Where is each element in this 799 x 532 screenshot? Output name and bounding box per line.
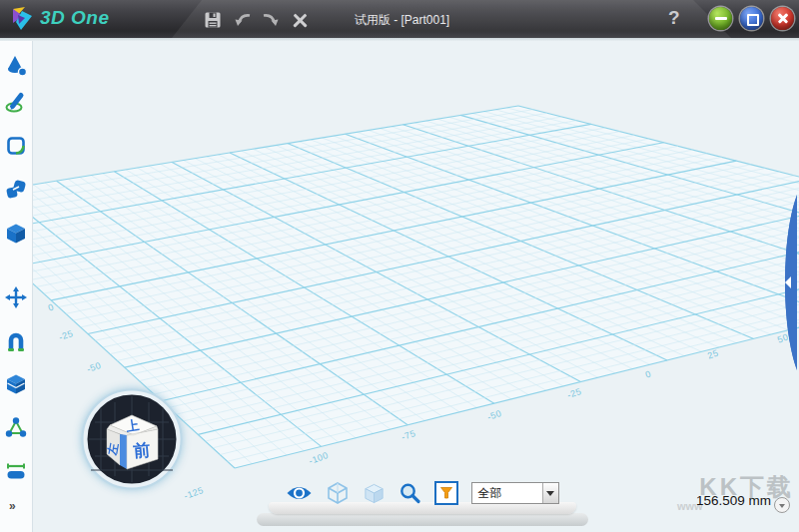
app-logo-icon [8,5,35,32]
app-body: » 0-25-50-125-100-75-50-2502550 [0,38,799,532]
sketch-pen-icon [4,90,28,114]
3d-canvas[interactable]: 0-25-50-125-100-75-50-2502550 [33,38,799,532]
app-name: 3D One [40,7,110,29]
move-arrows-icon [4,285,28,309]
cube-icon [4,222,28,246]
view-cube-icon: 上 左 前 [81,388,183,490]
measure-icon [4,458,28,482]
filter-dropdown-value: 全部 [472,483,542,503]
filter-dropdown[interactable]: 全部 [471,482,559,504]
close-x-icon [292,12,309,29]
sidebar-item-material[interactable] [2,370,30,398]
dropdown-button[interactable] [542,483,558,503]
sidebar-item-deform[interactable] [2,327,30,355]
maximize-button[interactable] [740,7,763,30]
chevron-down-icon [779,504,785,508]
measurement-readout: 156.509 mm [696,493,771,508]
sidebar-item-move[interactable] [2,283,30,311]
redo-button[interactable] [259,8,283,32]
filter-type-icon [439,486,453,500]
magnet-icon [4,329,28,353]
edit-shapes-icon [4,178,28,202]
redo-arrow-icon [260,9,282,31]
right-panel-handle[interactable] [777,193,799,372]
minimize-button[interactable] [709,7,732,30]
filter-type-button[interactable] [434,481,458,505]
view-dock: 全部 [286,481,559,505]
close-window-button[interactable] [771,7,794,30]
chevron-down-icon [546,491,554,496]
view-cube-left-label: 左 [105,442,121,457]
shaded-cube-icon [363,482,386,505]
wireframe-cube-icon [326,481,350,505]
minimize-icon [715,17,727,20]
node-triangle-icon [4,415,28,439]
zoom-magnifier-icon [399,482,421,505]
undo-arrow-icon [232,9,254,31]
save-button[interactable] [201,8,225,32]
sidebar-item-edit-solid[interactable] [2,176,30,204]
document-title: 试用版 - [Part001] [320,12,484,29]
zoom-button[interactable] [399,482,421,505]
sidebar-item-measure[interactable] [2,456,30,484]
title-bar: 3D One [0,0,799,38]
sidebar-item-sketch-surface[interactable] [2,132,30,160]
maximize-icon [747,14,759,26]
sidebar-expand-button[interactable]: » [9,499,16,513]
help-button[interactable]: ? [668,7,680,29]
dock-shelf-base [257,513,588,526]
wireframe-view-button[interactable] [326,481,350,505]
view-cube[interactable]: 上 左 前 [81,388,183,490]
window-controls [709,7,794,30]
visibility-button[interactable] [286,484,313,502]
shaded-view-button[interactable] [363,482,386,505]
view-cube-front-label: 前 [132,440,152,460]
undo-button[interactable] [231,8,255,32]
sketch-plane-icon [4,134,28,158]
sidebar-item-sketch-draw[interactable] [2,88,30,116]
divider [0,38,799,41]
layers-cube-icon [4,372,28,396]
sidebar-item-primitive-shapes[interactable] [2,52,30,80]
view-cube-top-label: 上 [125,417,140,434]
app-window: 3D One [0,0,799,532]
collapse-left-arrow [777,193,799,372]
sidebar-item-assembly[interactable] [2,413,30,441]
close-document-button[interactable] [288,8,312,32]
primitive-shapes-icon [4,54,28,78]
visibility-eye-icon [286,484,313,502]
left-toolbar: » [0,38,33,532]
sidebar-item-solid-cube[interactable] [2,220,30,248]
unit-toggle-button[interactable] [774,497,790,513]
floppy-disk-icon [203,10,223,30]
